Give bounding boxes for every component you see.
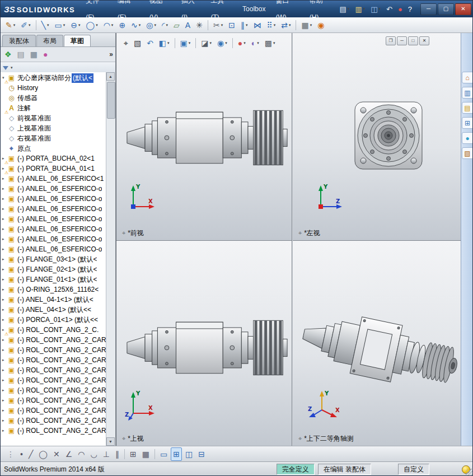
- point-icon[interactable]: ⊕: [116, 18, 128, 32]
- text-icon[interactable]: A: [183, 18, 193, 32]
- tree-item[interactable]: ▸▣(-) ANLEL_06_ESFERICO-o: [1, 184, 106, 194]
- expander-icon[interactable]: ▸: [2, 297, 7, 302]
- isometric-view-model[interactable]: [297, 305, 461, 399]
- tree-item[interactable]: ▸▣(-) O-RING_125X6_11162<: [1, 284, 106, 295]
- expander-icon[interactable]: ▸: [2, 237, 7, 241]
- viewport-front[interactable]: Y X ⌖ *前视: [116, 33, 292, 241]
- expander-icon[interactable]: ▸: [2, 338, 7, 342]
- tree-item[interactable]: ▸▣(-) FLANGE_03<1> (默认<: [1, 254, 106, 264]
- restore-down-button[interactable]: ❐: [386, 36, 396, 45]
- scroll-up-button[interactable]: ▲: [106, 72, 115, 81]
- move-icon[interactable]: ⇄▾: [279, 18, 293, 32]
- dropdown-caret-icon[interactable]: ▾: [63, 23, 65, 27]
- featuremanager-tab-icon[interactable]: ❖: [2, 48, 14, 61]
- dropdown-caret-icon[interactable]: ▾: [78, 23, 81, 27]
- dropdown-caret-icon[interactable]: ▾: [225, 41, 227, 45]
- tree-item[interactable]: ◇右视基准面: [1, 133, 106, 143]
- view-palette-icon[interactable]: ⊞: [462, 117, 473, 129]
- single-viewport-icon[interactable]: ▭: [158, 447, 170, 461]
- left-view-model[interactable]: [341, 88, 436, 183]
- tree-item[interactable]: ▸▣(-) ANLEL_06_ESFERICO-o: [1, 224, 106, 234]
- new-document-icon[interactable]: ▤▾: [338, 2, 352, 16]
- scrollbar-thumb[interactable]: [107, 82, 115, 119]
- close-button[interactable]: ✕: [455, 3, 471, 15]
- maximize-button[interactable]: ▢: [438, 3, 454, 15]
- sketch-icon[interactable]: ✎▾: [3, 18, 17, 32]
- expander-icon[interactable]: ▸: [2, 307, 7, 312]
- expander-icon[interactable]: ▸: [2, 227, 7, 231]
- snap-intersection-icon[interactable]: ✕: [51, 447, 62, 461]
- rebuild-icon[interactable]: ●: [396, 2, 405, 16]
- view-settings-icon[interactable]: ▩▾: [263, 36, 278, 50]
- save-icon[interactable]: ◫▾: [368, 2, 383, 16]
- dropdown-caret-icon[interactable]: ▾: [246, 23, 248, 27]
- expander-icon[interactable]: ▸: [2, 257, 7, 262]
- display-style-icon[interactable]: ◪▾: [199, 36, 214, 50]
- dropdown-caret-icon[interactable]: ▾: [210, 41, 212, 45]
- four-viewport-icon[interactable]: ⊞: [171, 447, 182, 461]
- section-view-icon[interactable]: ◧▾: [157, 36, 172, 50]
- tree-item[interactable]: ▸▣(-) FLANGE_02<1> (默认<: [1, 264, 106, 274]
- expand-panel-icon[interactable]: »: [109, 50, 113, 58]
- dropdown-caret-icon[interactable]: ▾: [29, 23, 31, 27]
- tree-scrollbar[interactable]: ▲ ▼: [106, 72, 115, 446]
- dropdown-caret-icon[interactable]: ▾: [378, 7, 381, 11]
- filter-icon[interactable]: [3, 66, 8, 70]
- display-grid-icon[interactable]: ▦▾: [299, 18, 314, 32]
- expander-icon[interactable]: ▸: [2, 247, 7, 251]
- trim-icon[interactable]: ✂▾: [211, 18, 225, 32]
- expander-icon[interactable]: ▸: [2, 287, 7, 292]
- expander-icon[interactable]: ▸: [2, 186, 7, 191]
- snap-tangent-icon[interactable]: ◡: [88, 447, 100, 461]
- tree-item[interactable]: ▸▣(-) ROL_CONT_ANG_2_CARR: [1, 345, 106, 355]
- custom-properties-icon[interactable]: ▧: [462, 147, 473, 159]
- tree-item[interactable]: ◎传感器: [1, 93, 106, 103]
- tree-item[interactable]: A⚠注解: [1, 103, 106, 113]
- tree-item[interactable]: ▸▣(-) ROL_CONT_ANG_2_CARR: [1, 426, 106, 436]
- zoom-area-icon[interactable]: ▧: [132, 36, 143, 50]
- offset-icon[interactable]: ∥▾: [238, 18, 250, 32]
- instant2d-icon[interactable]: ◉: [315, 18, 326, 32]
- convert-entities-icon[interactable]: ⊡: [226, 18, 237, 32]
- tree-item[interactable]: ▸▣(-) ANLEL_06_ESFERICO-o: [1, 214, 106, 224]
- plane-icon[interactable]: ▱: [171, 18, 182, 32]
- minimize-window-button[interactable]: ─: [397, 36, 407, 45]
- toolbar-handle[interactable]: ⋮: [4, 447, 17, 461]
- edit-appearance-icon[interactable]: ●▾: [236, 36, 248, 50]
- expander-icon[interactable]: ▸: [2, 408, 7, 413]
- dropdown-caret-icon[interactable]: ▾: [189, 41, 191, 45]
- expander-icon[interactable]: ▸: [2, 176, 7, 181]
- tree-item[interactable]: ◇前视基准面: [1, 113, 106, 123]
- fillet-icon[interactable]: ◜▾: [160, 18, 170, 32]
- grid-display-icon[interactable]: ▦: [140, 447, 152, 461]
- tree-item[interactable]: ▸▣⚠(-) PORTA_BUCHA_02<1: [1, 153, 106, 164]
- snap-circle-icon[interactable]: ◯: [36, 447, 50, 461]
- file-explorer-icon[interactable]: ▤: [462, 102, 473, 114]
- tree-item[interactable]: ▸▣(-) ROL_CONT_ANG_2_CARR: [1, 355, 106, 365]
- dropdown-caret-icon[interactable]: ▾: [274, 23, 276, 27]
- dropdown-caret-icon[interactable]: ▾: [166, 23, 168, 27]
- tree-item[interactable]: ▸▣(-) ROL_CONT_ANG_2_CARR: [1, 405, 106, 416]
- snap-point-icon[interactable]: •: [18, 447, 25, 461]
- open-icon[interactable]: ▥▾: [353, 2, 367, 16]
- tab-sketch[interactable]: 草图: [64, 35, 91, 46]
- asterisk-icon[interactable]: ✳: [194, 18, 205, 32]
- dropdown-caret-icon[interactable]: ▾: [310, 23, 312, 27]
- dropdown-caret-icon[interactable]: ▾: [167, 41, 170, 45]
- expander-icon[interactable]: ▸: [2, 378, 7, 382]
- dropdown-caret-icon[interactable]: ▾: [348, 7, 350, 11]
- dropdown-caret-icon[interactable]: ▾: [111, 23, 114, 27]
- tree-item[interactable]: ◷History: [1, 83, 106, 93]
- snap-parallel-icon[interactable]: ∥: [113, 447, 121, 461]
- expander-icon[interactable]: ▸: [2, 207, 7, 211]
- expander-icon[interactable]: ▸: [2, 428, 7, 433]
- displaymanager-tab-icon[interactable]: ●: [41, 48, 50, 61]
- arc-icon[interactable]: ◠▾: [101, 18, 116, 32]
- tree-item[interactable]: ▸▣(-) ROL_CONT_ANG_2_CARR: [1, 365, 106, 375]
- tree-item[interactable]: ▸▣(-) ROL_CONT_ANG_2_CARR: [1, 395, 106, 405]
- front-view-model[interactable]: [125, 105, 289, 171]
- maximize-window-button[interactable]: □: [408, 36, 418, 45]
- mirror-icon[interactable]: ⋈: [251, 18, 263, 32]
- tree-item[interactable]: ▸▣(-) ROL_CONT_ANG_2_CARR: [1, 375, 106, 385]
- expander-icon[interactable]: ▸: [2, 267, 7, 272]
